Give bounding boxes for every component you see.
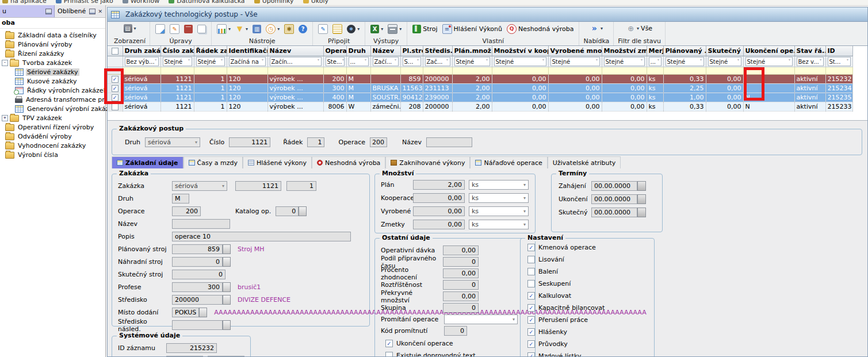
report-button[interactable]: Hlášení Výkonů: [441, 24, 503, 34]
column-header-cislo-zaka[interactable]: Číslo zaká...: [160, 46, 194, 56]
sidebar-item-tpv-zakazek[interactable]: +TPV zakázek: [0, 113, 105, 122]
menu-item-ukoly[interactable]: Úkoly: [303, 0, 328, 5]
filter-select[interactable]: Ste...˅: [326, 57, 345, 66]
filter-select[interactable]: Stejné˅: [454, 57, 490, 66]
skupina-field[interactable]: 0: [443, 303, 479, 313]
column-header-id[interactable]: ID: [825, 46, 852, 56]
tab-zakladni-udaje[interactable]: Základní údaje: [112, 156, 183, 168]
calendar-icon[interactable]: [637, 208, 646, 217]
settings-button[interactable]: [283, 24, 295, 34]
filter-select[interactable]: S...˅: [403, 57, 421, 66]
sidebar-item-rizeni-zakazky[interactable]: Řízení zakázky: [0, 49, 105, 58]
doprovodny-text-checkbox[interactable]: [385, 352, 393, 356]
sidebar-item-adresna-transformace-prodej[interactable]: Adresná transformace prodej: [0, 95, 105, 104]
quick-filter-cell[interactable]: [647, 67, 663, 75]
column-header-identifikacni[interactable]: Identifikační ...: [227, 46, 267, 56]
quick-filter-cell[interactable]: [267, 67, 323, 75]
expander-icon[interactable]: +: [2, 115, 8, 121]
quick-filter-cell[interactable]: [194, 67, 227, 75]
menu-item-datumova-kalkulacka[interactable]: Datumová kalkulačka: [169, 0, 244, 5]
sidebar-item-seriove-zakazky[interactable]: Sériové zakázky: [0, 67, 105, 76]
quick-filter-cell[interactable]: [602, 67, 647, 75]
column-header-pl-stroj[interactable]: Pl.stroj: [400, 46, 423, 56]
column-header-ukonceni-ope[interactable]: Ukončení ope...: [743, 46, 794, 56]
status-filter-button[interactable]: ▾Vše: [625, 24, 653, 33]
filter-select[interactable]: ...˅: [649, 57, 661, 66]
close-icon[interactable]: ✕: [98, 9, 102, 14]
minimize-icon[interactable]: [89, 9, 95, 14]
filter-select[interactable]: Začín...˅: [270, 57, 322, 66]
tab-zaknihovane-vykony[interactable]: Zaknihované výkony: [385, 156, 470, 168]
roztristenost-field[interactable]: 0: [443, 280, 479, 290]
system-field[interactable]: [208, 356, 244, 356]
lookup-button[interactable]: [223, 257, 231, 267]
sidebar-item-radky-vyrobnich-zakazek[interactable]: Řádky výrobních zakázek: [0, 86, 105, 95]
ukonceni-field[interactable]: 00.00.0000: [591, 194, 637, 204]
filter-select[interactable]: Bez výb...˅: [125, 57, 159, 66]
plan-field[interactable]: 2,00: [413, 180, 465, 190]
column-header-druh-zaka[interactable]: Druh zaká...: [123, 46, 160, 56]
actions-button[interactable]: ▾: [265, 24, 281, 34]
zakazka-cislo-field[interactable]: 1121: [235, 181, 281, 191]
vyrobene-unit-select[interactable]: ks▾: [469, 206, 529, 216]
podil-casu-field[interactable]: 0: [443, 257, 479, 267]
baleni-checkbox[interactable]: [527, 268, 535, 275]
kapacitne-bilancovat-checkbox[interactable]: [527, 304, 535, 312]
zakazka-type-select[interactable]: sériová▾: [172, 181, 227, 191]
menu-item-na-aplikace[interactable]: ná aplikace: [2, 0, 47, 5]
tab-uzivatelske-atributy[interactable]: Uživatelské atributy: [548, 156, 621, 168]
preruseni-prace-checkbox[interactable]: [527, 316, 535, 324]
quick-filter-cell[interactable]: [492, 67, 548, 75]
tab-neshodna-vyroba[interactable]: Neshodná výroba: [312, 156, 385, 168]
sidebar-item-generovani-vyrobni-zakazky-s[interactable]: Generování výrobní zakázky s: [0, 104, 105, 113]
stredisko-field[interactable]: 200000: [172, 295, 223, 305]
column-header-nazev[interactable]: Název: [267, 46, 323, 56]
quick-filter-cell[interactable]: [160, 67, 194, 75]
sidebar-item-zakladni-data-a-ciselniky[interactable]: Základní data a číselníky: [0, 30, 105, 40]
table-row[interactable]: sériová11211120výrobek ...200M8592000002…: [108, 75, 852, 84]
calendar-icon[interactable]: [637, 181, 646, 191]
promitani-operace-select[interactable]: ▾: [444, 314, 518, 324]
menu-item-upominky[interactable]: Upomínky: [254, 0, 294, 5]
select-all-checkbox[interactable]: [112, 48, 118, 55]
quick-filter-cell[interactable]: [123, 67, 160, 75]
seskupeni-checkbox[interactable]: [527, 280, 535, 287]
column-header-vyrobene-mno[interactable]: Vyrobené mno...: [548, 46, 602, 56]
planovany-stroj-field[interactable]: 859: [172, 244, 223, 254]
quick-filter-cell[interactable]: [706, 67, 743, 75]
new-record-button[interactable]: [154, 24, 166, 34]
skutecny-field[interactable]: 00.00.0000: [591, 208, 637, 217]
filter-select[interactable]: Stejné˅: [550, 57, 600, 66]
print-button[interactable]: ▾: [387, 24, 403, 34]
filter-select[interactable]: Stejné˅: [604, 57, 645, 66]
menu-arrows-button[interactable]: ▾: [589, 24, 604, 33]
filter-button[interactable]: ▾: [234, 24, 249, 34]
operace-field[interactable]: 200: [172, 206, 201, 216]
table-row[interactable]: sériová11211120výrobek ...8006Wzámečni..…: [108, 102, 852, 112]
filter-select[interactable]: Začí...˅: [373, 57, 399, 66]
quick-filter-cell[interactable]: [370, 67, 400, 75]
hlasenky-checkbox[interactable]: [527, 328, 535, 336]
nonconform-button[interactable]: Neshodná výroba: [506, 24, 575, 34]
quick-filter-cell[interactable]: [423, 67, 452, 75]
quick-filter-cell[interactable]: [452, 67, 492, 75]
filter-select[interactable]: Stejné˅: [196, 57, 225, 66]
group-button[interactable]: [251, 24, 262, 34]
lookup-button[interactable]: [199, 308, 207, 317]
lookup-button[interactable]: [223, 282, 231, 292]
machine-button[interactable]: Stroj: [411, 24, 438, 34]
quick-filter-cell[interactable]: [323, 67, 346, 75]
quick-filter-cell[interactable]: [346, 67, 370, 75]
sidebar-tab-favorites[interactable]: Oblíbené ✕: [55, 5, 105, 17]
excel-button[interactable]: ▾: [369, 24, 384, 34]
lookup-button[interactable]: [223, 320, 231, 330]
filter-select[interactable]: Stejné˅: [745, 57, 793, 66]
chart-button[interactable]: ▾: [216, 24, 232, 34]
kooperace-unit-select[interactable]: ks▾: [469, 193, 529, 203]
prekryvne-mnozstvi-field[interactable]: 0,00: [443, 291, 479, 301]
column-header-merj[interactable]: MerJ: [647, 46, 663, 56]
filter-select[interactable]: Stejné˅: [708, 57, 741, 66]
help-button[interactable]: [297, 24, 308, 34]
filter-select[interactable]: Stejné˅: [494, 57, 546, 66]
quick-filter-cell[interactable]: [548, 67, 602, 75]
